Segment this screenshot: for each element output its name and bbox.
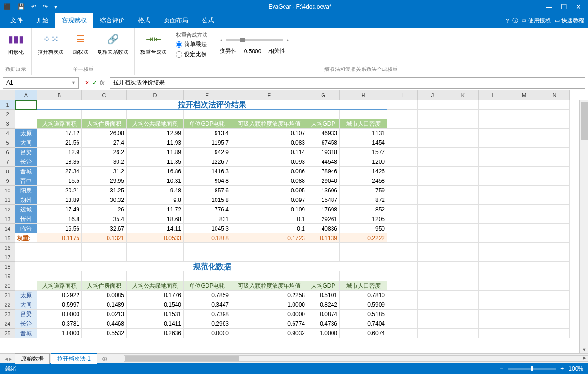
city-label[interactable]: 晋城 (15, 167, 37, 176)
cell[interactable] (387, 319, 418, 329)
cell[interactable] (448, 205, 479, 214)
row-header-6[interactable]: 6 (0, 148, 15, 157)
data-cell[interactable]: 0.0213 (82, 310, 127, 319)
tutorial-button[interactable]: ▭ 快速教程 (555, 17, 584, 25)
vertical-scrollbar[interactable]: ▲ ▼ (579, 100, 588, 353)
data-cell[interactable]: 0.114 (231, 148, 307, 157)
cell[interactable] (418, 243, 448, 252)
cell[interactable] (418, 138, 448, 148)
data-cell[interactable]: 21.56 (37, 138, 82, 148)
data-cell[interactable]: 0.1776 (127, 291, 184, 300)
cell[interactable] (37, 110, 82, 119)
data-cell[interactable]: 17698 (307, 205, 340, 214)
auth-button[interactable]: ⧉ 使用授权 (522, 17, 550, 25)
cell[interactable] (448, 148, 479, 157)
cell[interactable] (509, 214, 539, 224)
cell[interactable] (448, 310, 479, 319)
visualize-button[interactable]: ▮▮▮ 图形化 (4, 30, 28, 58)
data-cell[interactable]: 35.4 (82, 214, 127, 224)
cell[interactable] (539, 329, 570, 338)
cell[interactable] (448, 186, 479, 195)
row-header-3[interactable]: 3 (0, 119, 15, 129)
cell[interactable] (82, 252, 127, 262)
cell[interactable] (448, 100, 479, 110)
data-cell[interactable]: 0.0000 (37, 310, 82, 319)
city-label[interactable]: 太原 (15, 291, 37, 300)
cell[interactable] (479, 310, 509, 319)
data-cell[interactable]: 0.093 (231, 157, 307, 167)
zoom-in-button[interactable]: + (560, 365, 564, 372)
row-header-24[interactable]: 24 (0, 319, 15, 329)
cell[interactable] (509, 110, 539, 119)
data-cell[interactable]: 12.99 (127, 129, 184, 138)
cell[interactable] (418, 205, 448, 214)
cell[interactable] (418, 186, 448, 195)
data-cell[interactable]: 18.36 (37, 157, 82, 167)
cell[interactable] (539, 157, 570, 167)
save-button[interactable]: 💾 (16, 2, 27, 11)
cell[interactable] (418, 214, 448, 224)
cell[interactable] (418, 233, 448, 243)
col-header-H[interactable]: H (340, 90, 387, 100)
cell[interactable] (539, 167, 570, 176)
row-header-2[interactable]: 2 (0, 110, 15, 119)
data-cell[interactable]: 15.5 (37, 176, 82, 186)
data-cell[interactable]: 0.086 (231, 167, 307, 176)
col-header-label[interactable]: 人均道路面积 (37, 119, 82, 129)
col-header-A[interactable]: A (15, 90, 37, 100)
cell[interactable] (307, 252, 340, 262)
row-header-7[interactable]: 7 (0, 157, 15, 167)
redo-button[interactable]: ↷ (41, 2, 49, 11)
name-box-dropdown-icon[interactable]: ▼ (71, 80, 76, 85)
weight-cell[interactable]: 0.1139 (307, 233, 340, 243)
data-cell[interactable]: 0.0000 (184, 329, 231, 338)
row-header-11[interactable]: 11 (0, 195, 15, 205)
data-cell[interactable]: 10.31 (127, 176, 184, 186)
left-arrow-icon[interactable]: ◂ (220, 37, 222, 42)
data-cell[interactable]: 26.2 (82, 148, 127, 157)
menu-tab-3[interactable]: 综合评价 (93, 13, 131, 28)
menu-tab-4[interactable]: 格式 (131, 13, 157, 28)
col-header-label[interactable]: 人均GDP (307, 281, 340, 291)
cell[interactable] (479, 300, 509, 310)
zoom-level[interactable]: 100% (568, 365, 583, 372)
data-cell[interactable]: 11.89 (127, 148, 184, 157)
cell[interactable] (340, 110, 387, 119)
info-icon[interactable]: ⓘ (512, 17, 518, 25)
cell[interactable] (387, 214, 418, 224)
data-cell[interactable]: 0.097 (231, 195, 307, 205)
cell[interactable] (479, 271, 509, 281)
cell[interactable] (539, 119, 570, 129)
cell[interactable] (479, 100, 509, 110)
cell[interactable] (509, 186, 539, 195)
cell[interactable] (448, 138, 479, 148)
data-cell[interactable]: 0.5185 (340, 310, 387, 319)
col-header-label[interactable]: 单位GDP电耗 (184, 119, 231, 129)
cell[interactable] (418, 262, 448, 271)
cell[interactable] (479, 157, 509, 167)
data-cell[interactable]: 1416.3 (184, 167, 231, 176)
data-cell[interactable]: 872 (340, 195, 387, 205)
cell[interactable] (387, 119, 418, 129)
cell[interactable] (448, 224, 479, 233)
data-cell[interactable]: 1195.7 (184, 138, 231, 148)
data-cell[interactable]: 0.7810 (340, 291, 387, 300)
data-cell[interactable]: 29261 (307, 214, 340, 224)
cell[interactable] (539, 195, 570, 205)
cell[interactable] (479, 129, 509, 138)
city-label[interactable]: 晋中 (15, 176, 37, 186)
cell[interactable] (387, 176, 418, 186)
data-cell[interactable]: 0.2963 (184, 319, 231, 329)
col-header-B[interactable]: B (37, 90, 82, 100)
data-cell[interactable]: 44548 (307, 157, 340, 167)
data-cell[interactable]: 1131 (340, 129, 387, 138)
cell[interactable] (387, 300, 418, 310)
data-cell[interactable]: 0.2922 (37, 291, 82, 300)
select-all-corner[interactable] (0, 90, 15, 100)
name-box[interactable]: A1 ▼ (3, 77, 79, 89)
data-cell[interactable]: 14.11 (127, 224, 184, 233)
data-cell[interactable]: 0.7404 (340, 319, 387, 329)
cell[interactable] (509, 176, 539, 186)
row-header-4[interactable]: 4 (0, 129, 15, 138)
correlation-button[interactable]: 🔗 复相关系数法 (95, 30, 130, 58)
